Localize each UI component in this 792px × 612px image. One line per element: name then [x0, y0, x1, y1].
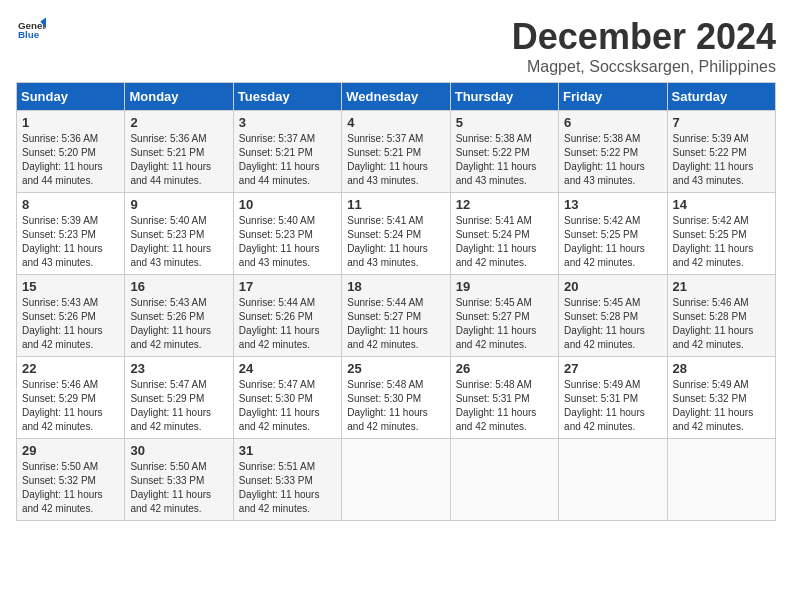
- day-27: 27 Sunrise: 5:49 AMSunset: 5:31 PMDaylig…: [559, 357, 667, 439]
- day-20: 20 Sunrise: 5:45 AMSunset: 5:28 PMDaylig…: [559, 275, 667, 357]
- day-10: 10 Sunrise: 5:40 AMSunset: 5:23 PMDaylig…: [233, 193, 341, 275]
- day-12: 12 Sunrise: 5:41 AMSunset: 5:24 PMDaylig…: [450, 193, 558, 275]
- page-container: General Blue December 2024 Magpet, Soccs…: [16, 16, 776, 521]
- day-31: 31 Sunrise: 5:51 AMSunset: 5:33 PMDaylig…: [233, 439, 341, 521]
- week-row-2: 8 Sunrise: 5:39 AMSunset: 5:23 PMDayligh…: [17, 193, 776, 275]
- day-28: 28 Sunrise: 5:49 AMSunset: 5:32 PMDaylig…: [667, 357, 775, 439]
- week-row-3: 15 Sunrise: 5:43 AMSunset: 5:26 PMDaylig…: [17, 275, 776, 357]
- day-22: 22 Sunrise: 5:46 AMSunset: 5:29 PMDaylig…: [17, 357, 125, 439]
- day-15: 15 Sunrise: 5:43 AMSunset: 5:26 PMDaylig…: [17, 275, 125, 357]
- day-2: 2 Sunrise: 5:36 AMSunset: 5:21 PMDayligh…: [125, 111, 233, 193]
- weekday-header-row: Sunday Monday Tuesday Wednesday Thursday…: [17, 83, 776, 111]
- title-area: December 2024 Magpet, Soccsksargen, Phil…: [512, 16, 776, 76]
- day-23: 23 Sunrise: 5:47 AMSunset: 5:29 PMDaylig…: [125, 357, 233, 439]
- empty-cell-1: [342, 439, 450, 521]
- day-26: 26 Sunrise: 5:48 AMSunset: 5:31 PMDaylig…: [450, 357, 558, 439]
- empty-cell-3: [559, 439, 667, 521]
- day-25: 25 Sunrise: 5:48 AMSunset: 5:30 PMDaylig…: [342, 357, 450, 439]
- header: General Blue December 2024 Magpet, Soccs…: [16, 16, 776, 76]
- empty-cell-4: [667, 439, 775, 521]
- day-7: 7 Sunrise: 5:39 AMSunset: 5:22 PMDayligh…: [667, 111, 775, 193]
- header-friday: Friday: [559, 83, 667, 111]
- day-11: 11 Sunrise: 5:41 AMSunset: 5:24 PMDaylig…: [342, 193, 450, 275]
- logo: General Blue: [16, 16, 46, 44]
- header-tuesday: Tuesday: [233, 83, 341, 111]
- header-saturday: Saturday: [667, 83, 775, 111]
- day-18: 18 Sunrise: 5:44 AMSunset: 5:27 PMDaylig…: [342, 275, 450, 357]
- day-3: 3 Sunrise: 5:37 AMSunset: 5:21 PMDayligh…: [233, 111, 341, 193]
- header-wednesday: Wednesday: [342, 83, 450, 111]
- day-21: 21 Sunrise: 5:46 AMSunset: 5:28 PMDaylig…: [667, 275, 775, 357]
- week-row-4: 22 Sunrise: 5:46 AMSunset: 5:29 PMDaylig…: [17, 357, 776, 439]
- day-8: 8 Sunrise: 5:39 AMSunset: 5:23 PMDayligh…: [17, 193, 125, 275]
- general-blue-icon: General Blue: [18, 16, 46, 44]
- day-1: 1 Sunrise: 5:36 AMSunset: 5:20 PMDayligh…: [17, 111, 125, 193]
- day-14: 14 Sunrise: 5:42 AMSunset: 5:25 PMDaylig…: [667, 193, 775, 275]
- calendar-subtitle: Magpet, Soccsksargen, Philippines: [512, 58, 776, 76]
- day-17: 17 Sunrise: 5:44 AMSunset: 5:26 PMDaylig…: [233, 275, 341, 357]
- week-row-1: 1 Sunrise: 5:36 AMSunset: 5:20 PMDayligh…: [17, 111, 776, 193]
- day-13: 13 Sunrise: 5:42 AMSunset: 5:25 PMDaylig…: [559, 193, 667, 275]
- header-monday: Monday: [125, 83, 233, 111]
- day-5: 5 Sunrise: 5:38 AMSunset: 5:22 PMDayligh…: [450, 111, 558, 193]
- calendar-title: December 2024: [512, 16, 776, 58]
- day-6: 6 Sunrise: 5:38 AMSunset: 5:22 PMDayligh…: [559, 111, 667, 193]
- day-9: 9 Sunrise: 5:40 AMSunset: 5:23 PMDayligh…: [125, 193, 233, 275]
- header-sunday: Sunday: [17, 83, 125, 111]
- svg-text:Blue: Blue: [18, 29, 40, 40]
- day-19: 19 Sunrise: 5:45 AMSunset: 5:27 PMDaylig…: [450, 275, 558, 357]
- day-30: 30 Sunrise: 5:50 AMSunset: 5:33 PMDaylig…: [125, 439, 233, 521]
- calendar-table: Sunday Monday Tuesday Wednesday Thursday…: [16, 82, 776, 521]
- empty-cell-2: [450, 439, 558, 521]
- day-24: 24 Sunrise: 5:47 AMSunset: 5:30 PMDaylig…: [233, 357, 341, 439]
- week-row-5: 29 Sunrise: 5:50 AMSunset: 5:32 PMDaylig…: [17, 439, 776, 521]
- day-29: 29 Sunrise: 5:50 AMSunset: 5:32 PMDaylig…: [17, 439, 125, 521]
- day-4: 4 Sunrise: 5:37 AMSunset: 5:21 PMDayligh…: [342, 111, 450, 193]
- header-thursday: Thursday: [450, 83, 558, 111]
- day-16: 16 Sunrise: 5:43 AMSunset: 5:26 PMDaylig…: [125, 275, 233, 357]
